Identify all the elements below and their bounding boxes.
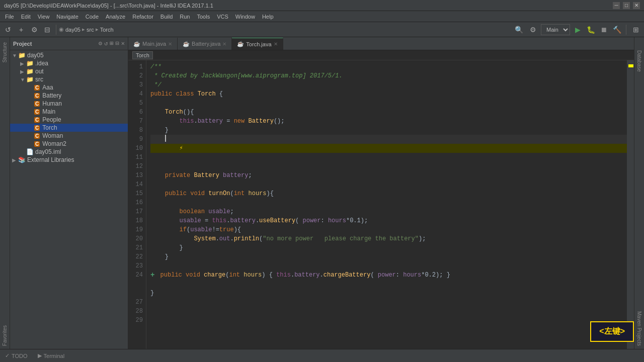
sync-button[interactable]: ↺: [2, 24, 14, 36]
todo-label: TODO: [12, 353, 28, 359]
tab-label-main: Main.java: [142, 41, 166, 47]
sync-icon[interactable]: ↺: [104, 40, 108, 47]
menu-file[interactable]: File: [2, 13, 17, 21]
breadcrumb-label[interactable]: Torch: [132, 51, 153, 59]
code-line-18: usable = this.battery.useBattery( power:…: [150, 216, 630, 225]
arrow1: ▸: [82, 26, 85, 33]
close-button[interactable]: ✕: [633, 2, 640, 9]
menu-edit[interactable]: Edit: [18, 13, 34, 21]
hide-icon[interactable]: ✕: [121, 40, 125, 47]
menu-code[interactable]: Code: [83, 13, 102, 21]
sidebar-header: Project ⚙ ↺ ⊞ ⊟ ✕: [10, 37, 128, 50]
tree-item-people[interactable]: ▶ C People: [10, 116, 128, 124]
folder-icon-out: 📁: [26, 68, 34, 75]
tab-main-java[interactable]: ☕ Main.java ✕: [128, 38, 178, 50]
tree-label-aaa: Aaa: [42, 84, 53, 91]
expand-icon[interactable]: ⊞: [110, 40, 113, 47]
tree-item-human[interactable]: ▶ C Human: [10, 100, 128, 108]
tree-item-torch[interactable]: ▶ C Torch: [10, 124, 128, 132]
menu-vcs[interactable]: VCS: [214, 13, 231, 21]
tree-label-src: src: [35, 76, 43, 83]
sidebar-title: Project: [13, 41, 32, 47]
print-button[interactable]: ⊟: [41, 24, 53, 36]
code-line-8: }: [150, 126, 630, 135]
class-icon-people: C: [34, 116, 40, 123]
tree-item-out[interactable]: ▶ 📁 out: [10, 67, 128, 75]
structure-tab[interactable]: Structure: [1, 39, 9, 66]
expand-method-icon[interactable]: +: [150, 270, 154, 280]
overlay-button[interactable]: <左键>: [590, 321, 634, 342]
menu-build[interactable]: Build: [157, 13, 176, 21]
tree-label-battery: Battery: [42, 92, 61, 99]
tab-close-battery[interactable]: ✕: [222, 41, 226, 47]
class-icon-battery: C: [34, 92, 40, 99]
settings-button[interactable]: ⚙: [28, 24, 40, 36]
gear-icon[interactable]: ⚙: [99, 40, 102, 47]
class-icon-woman: C: [34, 132, 40, 139]
settings-gear-button[interactable]: ⚙: [527, 24, 539, 36]
code-line-16: [150, 198, 630, 207]
terminal-label: Terminal: [44, 353, 65, 359]
arrow-day05: ▼: [12, 53, 18, 58]
window-controls[interactable]: ─ □ ✕: [613, 2, 640, 9]
debug-button[interactable]: 🐛: [585, 24, 596, 35]
tree-item-src[interactable]: ▼ 📁 src: [10, 75, 128, 83]
tree-item-ext-libs[interactable]: ▶ 📚 External Libraries: [10, 156, 128, 164]
minimize-button[interactable]: ─: [613, 2, 620, 9]
menu-navigate[interactable]: Navigate: [53, 13, 81, 21]
tab-close-main[interactable]: ✕: [168, 41, 172, 47]
tree-item-idea[interactable]: ▶ 📁 .idea: [10, 59, 128, 67]
tab-battery-java[interactable]: ☕ Battery.java ✕: [178, 38, 232, 50]
scroll-track[interactable]: [632, 60, 633, 349]
build-button[interactable]: 🔨: [611, 24, 622, 35]
terminal-tab[interactable]: ▶ Terminal: [33, 349, 70, 362]
arrow-out: ▶: [20, 69, 26, 74]
menu-window[interactable]: Window: [232, 13, 258, 21]
tree-item-aaa[interactable]: ▶ C Aaa: [10, 83, 128, 92]
tab-close-torch[interactable]: ✕: [274, 41, 278, 47]
run-config-select[interactable]: Main: [541, 24, 570, 35]
code-line-3: */: [150, 80, 630, 89]
menu-refactor[interactable]: Refactor: [129, 13, 156, 21]
tree-item-iml[interactable]: ▶ 📄 day05.iml: [10, 148, 128, 156]
class-icon-human: C: [34, 100, 40, 107]
code-content[interactable]: /** * Created by JackWangon[www.aiprogra…: [146, 60, 634, 349]
menu-tools[interactable]: Tools: [194, 13, 213, 21]
code-editor[interactable]: 12345 678910 1112131415 1617181920 21222…: [128, 60, 634, 349]
arrow-src: ▼: [20, 77, 26, 82]
add-button[interactable]: +: [15, 24, 27, 36]
layout-button[interactable]: ⊞: [630, 24, 642, 36]
code-line-17: boolean usable;: [150, 207, 630, 216]
collapse-icon[interactable]: ⊟: [116, 40, 119, 47]
ext-libs-icon: 📚: [18, 156, 26, 163]
tree-item-woman2[interactable]: ▶ C Woman2: [10, 140, 128, 148]
tab-torch-java[interactable]: ☕ Torch.java ✕: [232, 38, 283, 50]
folder-icon-src: 📁: [26, 76, 34, 83]
menu-analyze[interactable]: Analyze: [103, 13, 128, 21]
database-tab[interactable]: Database: [635, 47, 643, 75]
todo-tab[interactable]: ✓ TODO: [0, 349, 33, 362]
favorites-tab[interactable]: Favorites: [1, 322, 9, 349]
stop-button[interactable]: ⏹: [598, 24, 609, 35]
tree-item-battery[interactable]: ▶ C Battery: [10, 92, 128, 100]
search-everywhere-button[interactable]: 🔍: [513, 24, 525, 36]
tree-item-woman[interactable]: ▶ C Woman: [10, 132, 128, 140]
src-label: src: [87, 27, 94, 33]
title-text: day05 [D:\Develop\IDEAWorkPlace\day05] -…: [4, 3, 213, 9]
menu-view[interactable]: View: [35, 13, 53, 21]
menu-help[interactable]: Help: [259, 13, 277, 21]
tab-label-battery: Battery.java: [192, 41, 220, 47]
sidebar-toolbar[interactable]: ⚙ ↺ ⊞ ⊟ ✕: [99, 40, 125, 47]
tree-label-idea: .idea: [35, 60, 48, 67]
tree-item-day05[interactable]: ▼ 📁 day05: [10, 51, 128, 59]
class-icon-aaa: C: [34, 84, 40, 91]
code-line-15: public void turnOn(int hours){: [150, 189, 630, 198]
maven-tab[interactable]: Maven Projects: [635, 308, 643, 349]
project-tree: ▼ 📁 day05 ▶ 📁 .idea ▶ 📁 out ▼ 📁 src: [10, 50, 128, 349]
todo-icon: ✓: [5, 352, 10, 359]
tree-item-main[interactable]: ▶ C Main: [10, 108, 128, 116]
tree-label-torch: Torch: [42, 124, 57, 131]
maximize-button[interactable]: □: [623, 2, 630, 9]
menu-run[interactable]: Run: [177, 13, 193, 21]
run-button[interactable]: ▶: [572, 24, 583, 35]
